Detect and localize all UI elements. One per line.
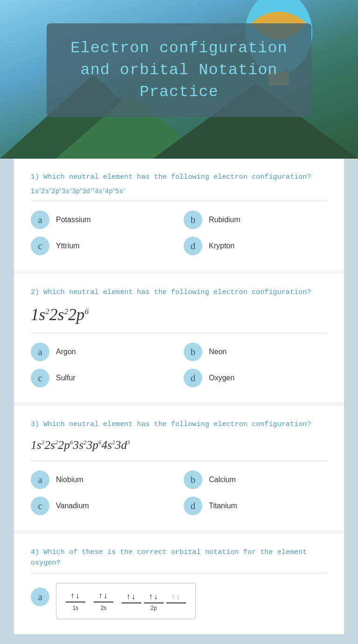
q2-option-c[interactable]: c Sulfur <box>31 369 174 387</box>
q1-badge-d: d <box>184 237 202 255</box>
q2-label-b: Neon <box>209 348 227 356</box>
q3-text: 3) Which neutral element has the followi… <box>31 419 327 430</box>
q3-label-a: Niobium <box>56 476 83 484</box>
orbital-2p-1: ↑↓ <box>122 592 141 603</box>
orbital-2p-3: ↑↓ <box>166 592 186 603</box>
q2-option-d[interactable]: d Oxygen <box>184 369 327 387</box>
q4-badge-a: a <box>31 588 49 606</box>
q1-label-a: Potassium <box>56 216 91 224</box>
q3-option-d[interactable]: d Titanium <box>184 497 327 515</box>
question-3: 3) Which neutral element has the followi… <box>14 406 344 530</box>
q1-option-b[interactable]: b Rubidium <box>184 210 327 229</box>
q1-config: 1s22s22p63s23p63d104s24p65s1 <box>31 187 327 195</box>
q1-options: a Potassium b Rubidium c Yttrium d Krypt… <box>31 210 327 255</box>
question-1: 1) Which neutral element has the followi… <box>14 159 344 270</box>
q1-badge-b: b <box>184 210 202 229</box>
q1-divider <box>31 201 327 201</box>
orbital-diagram-a: ↑↓ 1s ↑↓ 2s ↑↓ <box>56 583 196 619</box>
q2-option-b[interactable]: b Neon <box>184 343 327 361</box>
question-4: 4) Which of these is the correct orbital… <box>14 534 344 634</box>
q4-option-a[interactable]: a ↑↓ 1s ↑↓ 2s <box>31 583 327 619</box>
orbital-2s: ↑↓ 2s <box>94 591 113 611</box>
q1-option-d[interactable]: d Krypton <box>184 237 327 255</box>
q2-config: 1s22s22p6 <box>31 302 327 326</box>
hero-section: Electron configuration and orbital Notat… <box>0 0 358 159</box>
orbital-2p-2: ↑↓ <box>144 592 164 603</box>
hero-title: Electron configuration and orbital Notat… <box>61 37 297 103</box>
q4-divider <box>31 573 327 574</box>
q4-text: 4) Which of these is the correct orbital… <box>31 547 327 568</box>
orbital-1s: ↑↓ 1s <box>66 591 85 611</box>
q3-label-c: Vanadium <box>56 502 89 510</box>
orbital-2p-group: ↑↓ ↑↓ ↑↓ 2p <box>122 592 186 611</box>
q2-label-a: Argon <box>56 348 76 356</box>
q1-badge-a: a <box>31 210 49 229</box>
q3-badge-d: d <box>184 497 202 515</box>
q2-label-c: Sulfur <box>56 374 76 382</box>
q1-label-b: Rubidium <box>209 216 241 224</box>
q2-badge-b: b <box>184 343 202 361</box>
q1-label-d: Krypton <box>209 242 234 250</box>
q2-badge-c: c <box>31 369 49 387</box>
q1-text: 1) Which neutral element has the followi… <box>31 172 327 182</box>
q2-badge-a: a <box>31 343 49 361</box>
q2-options: a Argon b Neon c Sulfur d Oxygen <box>31 343 327 387</box>
q3-divider <box>31 461 327 461</box>
q3-options: a Niobium b Calcium c Vanadium d Titaniu… <box>31 470 327 515</box>
q1-option-a[interactable]: a Potassium <box>31 210 174 229</box>
q2-divider <box>31 333 327 333</box>
hero-title-box: Electron configuration and orbital Notat… <box>47 23 311 117</box>
q1-badge-c: c <box>31 237 49 255</box>
orbital-arrow-row: ↑↓ 1s ↑↓ 2s ↑↓ <box>66 591 186 611</box>
q3-label-d: Titanium <box>209 502 237 510</box>
q3-badge-b: b <box>184 470 202 489</box>
q3-option-b[interactable]: b Calcium <box>184 470 327 489</box>
q1-label-c: Yttrium <box>56 242 80 250</box>
q2-badge-d: d <box>184 369 202 387</box>
q2-label-d: Oxygen <box>209 374 234 382</box>
q2-text: 2) Which neutral element has the followi… <box>31 287 327 298</box>
q3-label-b: Calcium <box>209 476 236 484</box>
q3-badge-a: a <box>31 470 49 489</box>
q3-option-c[interactable]: c Vanadium <box>31 497 174 515</box>
q1-option-c[interactable]: c Yttrium <box>31 237 174 255</box>
q2-option-a[interactable]: a Argon <box>31 343 174 361</box>
q3-option-a[interactable]: a Niobium <box>31 470 174 489</box>
question-2: 2) Which neutral element has the followi… <box>14 274 344 403</box>
content-area: 1) Which neutral element has the followi… <box>14 159 344 634</box>
q3-config: 1s22s22p63s23p64s23d3 <box>31 434 327 454</box>
q3-badge-c: c <box>31 497 49 515</box>
